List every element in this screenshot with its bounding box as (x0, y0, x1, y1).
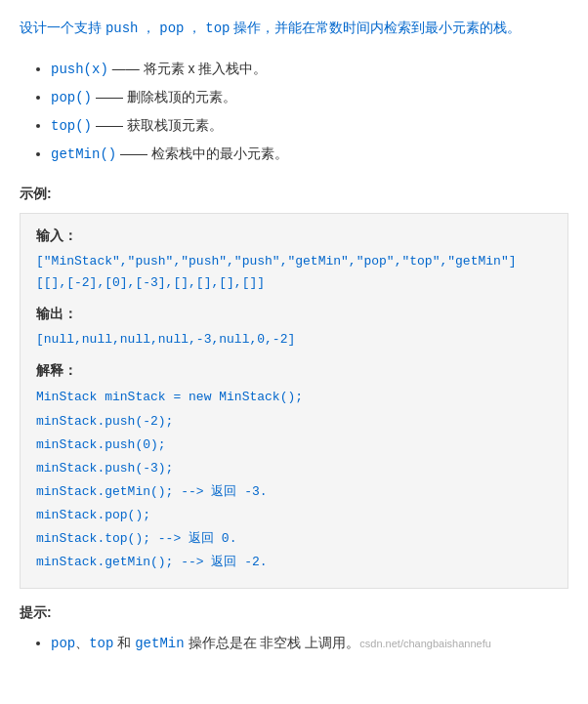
explain-line-4: minStack.getMin(); --> 返回 -3. (36, 480, 552, 504)
hint-title: 提示: (20, 604, 568, 622)
hint-section: 提示: pop、top 和 getMin 操作总是在 非空栈 上调用。csdn.… (20, 604, 568, 657)
op-code-3: getMin() (51, 146, 116, 162)
input-code: ["MinStack","push","push","push","getMin… (36, 251, 552, 294)
explain-code: MinStack minStack = new MinStack(); minS… (36, 386, 552, 573)
op-code-2: top() (51, 118, 92, 134)
op-desc-1: 删除栈顶的元素。 (127, 89, 236, 104)
intro-paragraph: 设计一个支持 push ， pop ， top 操作，并能在常数时间内检索到最小… (20, 16, 568, 41)
op-sep-2: —— (92, 117, 127, 133)
intro-kw3: top (205, 21, 230, 36)
op-desc-2: 获取栈顶元素。 (127, 117, 223, 133)
input-line1: ["MinStack","push","push","push","getMin… (36, 251, 552, 272)
operations-list: push(x) —— 将元素 x 推入栈中。 pop() —— 删除栈顶的元素。… (20, 55, 568, 168)
op-code-1: pop() (51, 90, 92, 105)
example-box: 输入： ["MinStack","push","push","push","ge… (20, 213, 568, 589)
hint-list: pop、top 和 getMin 操作总是在 非空栈 上调用。csdn.net/… (20, 630, 568, 657)
intro-kw2: pop (159, 21, 184, 36)
list-item: top() —— 获取栈顶元素。 (51, 111, 568, 140)
explain-label: 解释： (36, 362, 552, 380)
list-item: pop() —— 删除栈顶的元素。 (51, 83, 568, 111)
example-section-title: 示例: (20, 186, 568, 203)
output-label: 输出： (36, 306, 552, 323)
explain-line-0: MinStack minStack = new MinStack(); (36, 386, 552, 409)
explain-line-1: minStack.push(-2); (36, 410, 552, 434)
explain-line-5: minStack.pop(); (36, 504, 552, 527)
hint-code-pop: pop (51, 636, 75, 651)
explain-line-6: minStack.top(); --> 返回 0. (36, 527, 552, 551)
op-desc-0: 将元素 x 推入栈中。 (144, 61, 268, 76)
explain-line-3: minStack.push(-3); (36, 457, 552, 480)
intro-suffix: 操作，并能在常数时间内检索到最小元素的栈。 (231, 20, 522, 35)
output-line: [null,null,null,null,-3,null,0,-2] (36, 332, 295, 347)
intro-sep1: ， (139, 20, 160, 35)
hint-code-top: top (89, 636, 113, 651)
hint-text-0: 操作总是在 非空栈 上调用。 (185, 635, 360, 650)
intro-kw1: push (105, 21, 139, 36)
watermark: csdn.net/changbaishannefu (359, 638, 491, 649)
output-code: [null,null,null,null,-3,null,0,-2] (36, 329, 552, 351)
op-sep-0: —— (108, 61, 144, 76)
list-item: push(x) —— 将元素 x 推入栈中。 (51, 55, 568, 83)
op-desc-3: 检索栈中的最小元素。 (151, 145, 288, 161)
hint-code-getmin: getMin (135, 636, 184, 651)
explain-line-2: minStack.push(0); (36, 434, 552, 457)
page-container: 设计一个支持 push ， pop ， top 操作，并能在常数时间内检索到最小… (0, 0, 588, 672)
op-sep-3: —— (116, 145, 151, 161)
op-sep-1: —— (92, 89, 127, 104)
hint-item-0: pop、top 和 getMin 操作总是在 非空栈 上调用。csdn.net/… (51, 630, 568, 657)
op-code-0: push(x) (51, 62, 108, 77)
intro-sep2: ， (185, 20, 206, 35)
input-label: 输入： (36, 228, 552, 245)
intro-prefix: 设计一个支持 (20, 20, 105, 35)
input-line2: [[],[-2],[0],[-3],[],[],[],[]] (36, 272, 552, 294)
explain-line-7: minStack.getMin(); --> 返回 -2. (36, 551, 552, 574)
list-item: getMin() —— 检索栈中的最小元素。 (51, 140, 568, 168)
